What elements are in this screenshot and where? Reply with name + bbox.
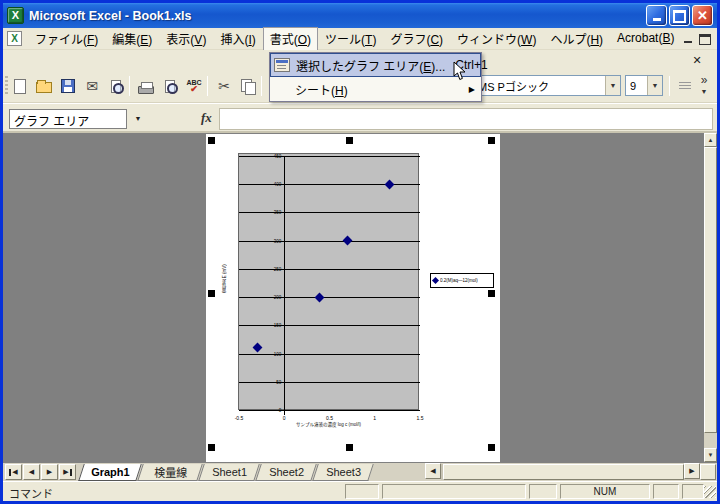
font-size-dropdown-icon[interactable]: ▼ [647, 76, 662, 95]
menu-tools[interactable]: ツール(T) [318, 27, 383, 51]
menu-window[interactable]: ウィンドウ(W) [450, 27, 543, 51]
workbook-icon[interactable]: X [7, 31, 22, 46]
prev-sheet-icon[interactable]: ◀ [23, 464, 40, 480]
menu-acrobat[interactable]: Acrobat(B) [610, 28, 681, 49]
vertical-scroll-thumb[interactable] [704, 147, 717, 433]
menu-item-sheet[interactable]: シート(H) ▶ [270, 77, 481, 101]
data-point[interactable] [252, 343, 262, 353]
status-panel [529, 484, 557, 499]
scroll-down-icon[interactable]: ▼ [704, 448, 717, 462]
workbook-restore-button[interactable] [699, 34, 711, 45]
selection-handle[interactable] [488, 137, 495, 144]
toolbar-options-icon[interactable]: »▼ [695, 74, 713, 98]
legend-marker-icon [432, 277, 439, 284]
font-size-combo[interactable]: 9 ▼ [625, 75, 663, 96]
formula-input[interactable] [219, 108, 713, 130]
window-title: Microsoft Excel - Book1.xls [29, 9, 646, 23]
format-dialog-icon [274, 58, 290, 72]
hscroll-right-icon[interactable]: ▶ [684, 463, 700, 479]
selection-handle[interactable] [208, 137, 215, 144]
horizontal-scroll-thumb[interactable] [443, 464, 684, 480]
first-sheet-icon[interactable]: ◀ [5, 464, 22, 480]
resize-grip[interactable] [704, 486, 716, 498]
copy-icon[interactable] [237, 75, 259, 97]
toolbar-separator [669, 76, 670, 96]
hscroll-left-icon[interactable]: ◀ [425, 463, 441, 479]
font-name-dropdown-icon[interactable]: ▼ [605, 76, 620, 95]
tab-sheet1[interactable]: Sheet1 [198, 464, 260, 481]
selection-handle[interactable] [208, 444, 215, 451]
formula-bar: グラフ エリア ▼ fx [3, 103, 717, 133]
horizontal-scrollbar[interactable] [441, 464, 700, 480]
print-preview-icon[interactable] [159, 75, 181, 97]
minimize-button[interactable] [646, 5, 667, 26]
menu-edit[interactable]: 編集(E) [105, 27, 159, 51]
print-icon[interactable] [135, 75, 157, 97]
font-name-combo[interactable]: MS Pゴシック ▼ [473, 75, 621, 96]
menu-file[interactable]: ファイル(F) [28, 27, 105, 51]
menu-bar: X ファイル(F) 編集(E) 表示(V) 挿入(I) 書式(O) ツール(T)… [3, 28, 717, 50]
cut-icon[interactable]: ✂ [213, 75, 235, 97]
y-tick-label: 0 [263, 408, 281, 413]
data-point[interactable] [315, 292, 325, 302]
toolbar-separator [129, 76, 130, 96]
selection-handle[interactable] [488, 290, 495, 297]
tab-sheet3[interactable]: Sheet3 [312, 464, 374, 481]
menu-help[interactable]: ヘルプ(H) [543, 27, 610, 51]
plot-area[interactable]: 050100150200250300350400450-0.500.511.5 [238, 153, 419, 410]
status-num-lock: NUM [560, 484, 650, 499]
tab-graph1[interactable]: Graph1 [78, 464, 142, 481]
status-panel [682, 484, 704, 499]
open-icon[interactable] [33, 75, 55, 97]
menu-item-selected-chart-area[interactable]: 選択したグラフ エリア(E)... Ctrl+1 [270, 53, 481, 77]
status-mode: コマンド [9, 485, 53, 501]
mouse-cursor [453, 61, 467, 82]
last-sheet-icon[interactable]: ▶ [59, 464, 76, 480]
selection-handle[interactable] [346, 444, 353, 451]
y-tick-label: 150 [263, 323, 281, 328]
status-bar: コマンド NUM [3, 481, 717, 501]
spelling-icon[interactable]: ABC✔ [183, 75, 205, 97]
toolbar-grip[interactable] [5, 76, 8, 96]
y-axis-title[interactable]: 電位差 E (mV) [222, 234, 232, 324]
new-icon[interactable] [9, 75, 31, 97]
chart-sheet-area: 050100150200250300350400450-0.500.511.5 … [3, 133, 717, 462]
chart-page[interactable]: 050100150200250300350400450-0.500.511.5 … [206, 134, 500, 462]
toolbar-separator [261, 76, 262, 96]
selection-handle[interactable] [208, 290, 215, 297]
selection-handle[interactable] [488, 444, 495, 451]
tab-split-handle[interactable] [700, 464, 716, 480]
save-icon[interactable] [57, 75, 79, 97]
menu-chart[interactable]: グラフ(C) [383, 27, 450, 51]
selection-handle[interactable] [346, 137, 353, 144]
chart-legend[interactable]: 0.2(M)aq—12(mol) [430, 273, 494, 288]
workbook-minimize-button[interactable] [682, 33, 696, 45]
scroll-up-icon[interactable]: ▲ [704, 133, 717, 147]
y-tick-label: 100 [263, 352, 281, 357]
menu-insert[interactable]: 挿入(I) [213, 27, 262, 51]
name-box-dropdown-icon[interactable]: ▼ [129, 111, 147, 127]
menu-format[interactable]: 書式(O) [263, 27, 318, 51]
insert-function-icon[interactable]: fx [201, 110, 212, 126]
data-point[interactable] [384, 179, 394, 189]
x-axis-title[interactable]: サンプル溶液の濃度 log c (mol/l) [238, 421, 419, 427]
sheet-tab-bar: ◀ ◀ ▶ ▶ Graph1 検量線 Sheet1 Sheet2 Sheet3 … [3, 462, 717, 481]
menu-view[interactable]: 表示(V) [159, 27, 213, 51]
submenu-arrow-icon: ▶ [469, 85, 475, 94]
email-icon[interactable]: ✉ [81, 75, 103, 97]
next-sheet-icon[interactable]: ▶ [41, 464, 58, 480]
y-tick-label: 400 [263, 182, 281, 187]
workbook-close-button[interactable]: ✕ [689, 53, 705, 67]
y-tick-label: 300 [263, 239, 281, 244]
legend-label: 0.2(M)aq—12(mol) [440, 278, 478, 283]
tab-sheet2[interactable]: Sheet2 [255, 464, 317, 481]
tab-kenryousen[interactable]: 検量線 [137, 464, 203, 481]
maximize-button[interactable] [669, 5, 690, 26]
data-point[interactable] [343, 236, 353, 246]
close-button[interactable]: ✕ [692, 5, 713, 26]
name-box[interactable]: グラフ エリア [9, 109, 127, 129]
align-icon[interactable] [674, 75, 696, 97]
search-icon[interactable] [105, 75, 127, 97]
vertical-scrollbar[interactable]: ▲ ▼ [704, 133, 717, 462]
status-panel [382, 484, 526, 499]
